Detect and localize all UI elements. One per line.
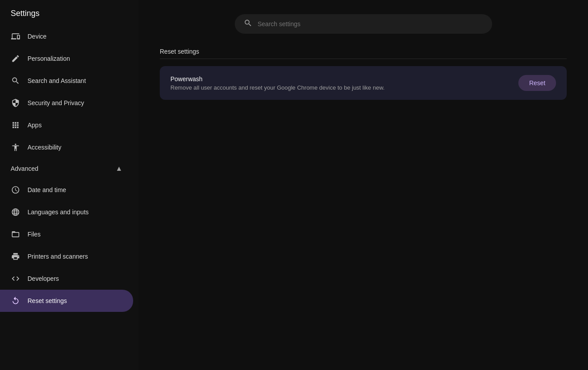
personalization-icon <box>11 54 20 63</box>
sidebar: Settings Device Personalization Search a… <box>0 0 138 370</box>
sidebar-item-security-and-privacy[interactable]: Security and Privacy <box>0 92 133 114</box>
sidebar-item-label: Reset settings <box>28 297 67 304</box>
sidebar-item-label: Accessibility <box>28 144 61 151</box>
sidebar-item-date-and-time[interactable]: Date and time <box>0 179 133 201</box>
sidebar-item-search-and-assistant[interactable]: Search and Assistant <box>0 70 133 92</box>
app-title: Settings <box>0 0 138 25</box>
security-icon <box>11 98 20 108</box>
sidebar-item-label: Personalization <box>28 55 70 62</box>
sidebar-item-apps[interactable]: Apps <box>0 114 133 136</box>
accessibility-icon <box>11 142 20 152</box>
sidebar-item-languages-and-inputs[interactable]: Languages and inputs <box>0 201 133 223</box>
sidebar-item-label: Printers and scanners <box>28 253 88 260</box>
powerwash-card: Powerwash Remove all user accounts and r… <box>160 66 567 100</box>
files-icon <box>11 229 20 239</box>
globe-icon <box>11 207 20 217</box>
sidebar-item-label: Security and Privacy <box>28 99 84 106</box>
sidebar-item-printers-and-scanners[interactable]: Printers and scanners <box>0 245 133 268</box>
sidebar-item-accessibility[interactable]: Accessibility <box>0 136 133 158</box>
sidebar-item-label: Device <box>28 33 47 40</box>
sidebar-item-reset-settings[interactable]: Reset settings <box>0 290 133 312</box>
sidebar-item-files[interactable]: Files <box>0 223 133 245</box>
main-content: Reset settings Powerwash Remove all user… <box>138 0 588 370</box>
search-bar <box>235 14 492 34</box>
sidebar-item-personalization[interactable]: Personalization <box>0 47 133 70</box>
apps-icon <box>11 120 20 130</box>
chevron-up-icon: ▲ <box>115 165 122 173</box>
section-title: Reset settings <box>160 48 567 59</box>
search-icon <box>11 76 20 86</box>
powerwash-title: Powerwash <box>170 75 385 83</box>
advanced-section-header[interactable]: Advanced ▲ <box>0 158 133 179</box>
sidebar-item-developers[interactable]: Developers <box>0 268 133 290</box>
sidebar-item-device[interactable]: Device <box>0 25 133 47</box>
device-icon <box>11 31 20 41</box>
powerwash-reset-button[interactable]: Reset <box>518 75 556 91</box>
sidebar-item-label: Search and Assistant <box>28 77 86 84</box>
advanced-label: Advanced <box>11 165 108 172</box>
sidebar-item-label: Developers <box>28 275 59 282</box>
search-bar-icon <box>244 19 253 29</box>
printer-icon <box>11 252 20 261</box>
sidebar-item-label: Languages and inputs <box>28 209 89 216</box>
powerwash-description: Remove all user accounts and reset your … <box>170 84 385 91</box>
sidebar-item-label: Apps <box>28 122 42 129</box>
sidebar-item-label: Files <box>28 231 41 238</box>
search-input[interactable] <box>258 20 483 28</box>
sidebar-item-label: Date and time <box>28 186 66 193</box>
reset-icon <box>11 296 20 306</box>
code-icon <box>11 274 20 283</box>
powerwash-info: Powerwash Remove all user accounts and r… <box>170 75 385 91</box>
clock-icon <box>11 185 20 195</box>
